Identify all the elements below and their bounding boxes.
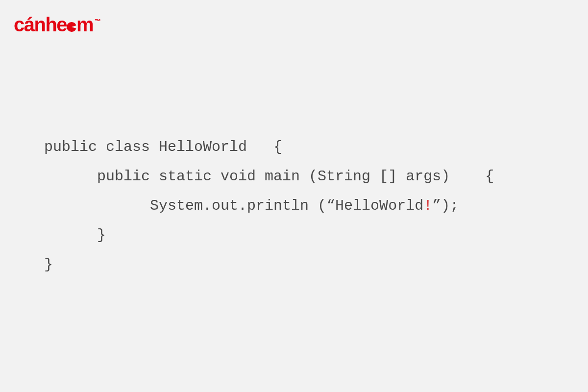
brand-logo: cánhe m ™ [14, 14, 101, 36]
code-line-2: public static void main (String [] args)… [97, 168, 494, 185]
code-line-4: } [97, 227, 106, 244]
trademark-symbol: ™ [95, 18, 101, 25]
logo-text-part2: m [76, 14, 93, 36]
code-line-4-indent [44, 227, 97, 244]
code-line-1: public class HelloWorld { [44, 139, 282, 155]
code-line-3-indent [44, 197, 150, 214]
code-line-2-indent [44, 168, 97, 185]
code-line-3b: ”); [432, 197, 459, 214]
code-snippet: public class HelloWorld { public static … [44, 132, 494, 279]
code-line-3a: System.out.println (“HelloWorld [150, 197, 423, 214]
logo-pacman-icon [66, 21, 77, 33]
code-exclaim: ! [423, 197, 432, 214]
logo-text-part1: cánhe [14, 14, 67, 36]
code-line-5: } [44, 256, 53, 273]
